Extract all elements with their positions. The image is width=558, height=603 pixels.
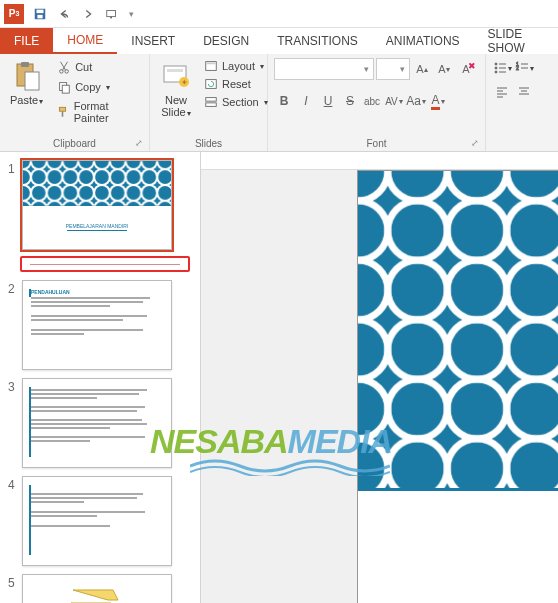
section-button[interactable]: Section▾ — [202, 94, 270, 110]
thumb-row-4[interactable]: 4 — [0, 472, 200, 570]
slide-thumbnail-5[interactable] — [22, 574, 172, 603]
align-center-button[interactable] — [514, 82, 534, 102]
svg-rect-22 — [206, 103, 217, 107]
strikethrough-button[interactable]: S — [340, 90, 360, 112]
font-size-combo[interactable]: ▾ — [376, 58, 410, 80]
svg-rect-12 — [59, 107, 65, 111]
clear-formatting-button[interactable]: A✖ — [456, 58, 476, 80]
svg-point-9 — [65, 70, 69, 74]
new-slide-label: New Slide — [161, 94, 187, 118]
bullets-button[interactable]: ▾ — [492, 58, 512, 78]
tab-animations[interactable]: ANIMATIONS — [372, 28, 474, 54]
group-clipboard: Paste▾ Cut Copy▾ Format Painter Clipboar… — [0, 54, 150, 151]
layout-label: Layout — [222, 60, 255, 72]
copy-label: Copy — [75, 81, 101, 93]
tab-insert[interactable]: INSERT — [117, 28, 189, 54]
group-font: ▾ ▾ A▴ A▾ A✖ B I U S abc AV▾ Aa▾ A▾ Font… — [268, 54, 486, 151]
slide-canvas[interactable] — [357, 170, 558, 603]
svg-point-27 — [495, 71, 497, 73]
copy-button[interactable]: Copy▾ — [53, 78, 143, 96]
svg-rect-4 — [110, 16, 112, 18]
text-shadow-button[interactable]: abc — [362, 90, 382, 112]
reset-icon — [204, 77, 218, 91]
paste-button[interactable]: Paste▾ — [6, 58, 47, 109]
shrink-font-button[interactable]: A▾ — [434, 58, 454, 80]
svg-rect-19 — [207, 63, 216, 65]
ribbon: Paste▾ Cut Copy▾ Format Painter Clipboar… — [0, 54, 558, 152]
customize-qat-button[interactable]: ▾ — [124, 2, 138, 26]
slide-thumbnail-2[interactable]: PENDAHULUAN — [22, 280, 172, 370]
svg-rect-3 — [107, 10, 116, 16]
font-launcher[interactable]: ⤢ — [471, 138, 479, 148]
font-color-button[interactable]: A▾ — [428, 90, 448, 112]
new-slide-button[interactable]: ✦ New Slide▾ — [156, 58, 196, 121]
svg-point-25 — [495, 67, 497, 69]
svg-rect-6 — [21, 62, 29, 67]
svg-rect-2 — [37, 14, 42, 18]
font-name-combo[interactable]: ▾ — [274, 58, 374, 80]
numbering-button[interactable]: 12▾ — [514, 58, 534, 78]
cut-button[interactable]: Cut — [53, 58, 143, 76]
svg-rect-13 — [62, 111, 64, 116]
save-button[interactable] — [28, 2, 52, 26]
tab-home[interactable]: HOME — [53, 28, 117, 54]
svg-text:✦: ✦ — [181, 78, 188, 87]
format-painter-button[interactable]: Format Painter — [53, 98, 143, 126]
pattern-decor — [23, 161, 171, 206]
reset-label: Reset — [222, 78, 251, 90]
thumb-number: 1 — [8, 160, 22, 176]
slide-thumbnail-4[interactable] — [22, 476, 172, 566]
work-area: 1 PEMBELAJARAN MANDIRI 2 PENDAHULUAN — [0, 152, 558, 603]
svg-marker-46 — [73, 590, 118, 600]
slide-editor[interactable] — [201, 152, 558, 603]
format-painter-icon — [57, 105, 70, 119]
font-group-label: Font — [366, 138, 386, 149]
bold-button[interactable]: B — [274, 90, 294, 112]
tab-design[interactable]: DESIGN — [189, 28, 263, 54]
new-slide-icon: ✦ — [160, 60, 192, 92]
align-left-button[interactable] — [492, 82, 512, 102]
thumb-row-3[interactable]: 3 — [0, 374, 200, 472]
group-slides: ✦ New Slide▾ Layout▾ Reset Section▾ — [150, 54, 268, 151]
slide-pattern-background — [358, 171, 558, 491]
start-from-beginning-button[interactable] — [100, 2, 124, 26]
slide-thumbnails-pane[interactable]: 1 PEMBELAJARAN MANDIRI 2 PENDAHULUAN — [0, 152, 201, 603]
section-label: Section — [222, 96, 259, 108]
tab-slideshow[interactable]: SLIDE SHOW — [474, 28, 558, 54]
slide-thumbnail-1[interactable]: PEMBELAJARAN MANDIRI — [22, 160, 172, 250]
cut-label: Cut — [75, 61, 92, 73]
horizontal-ruler — [201, 152, 558, 170]
app-icon: P3 — [4, 4, 24, 24]
paste-icon — [11, 60, 43, 92]
thumb-number: 4 — [8, 476, 22, 492]
reset-button[interactable]: Reset — [202, 76, 270, 92]
slide2-heading: PENDAHULUAN — [31, 289, 163, 295]
layout-button[interactable]: Layout▾ — [202, 58, 270, 74]
italic-button[interactable]: I — [296, 90, 316, 112]
thumb-row-5[interactable]: 5 — [0, 570, 200, 603]
svg-rect-15 — [167, 69, 183, 72]
change-case-button[interactable]: Aa▾ — [406, 90, 426, 112]
tab-transitions[interactable]: TRANSITIONS — [263, 28, 372, 54]
svg-point-23 — [495, 63, 497, 65]
clipboard-group-label: Clipboard — [53, 138, 96, 149]
ribbon-tabs: FILE HOME INSERT DESIGN TRANSITIONS ANIM… — [0, 28, 558, 54]
svg-rect-54 — [358, 171, 558, 488]
thumb-row-2[interactable]: 2 PENDAHULUAN — [0, 276, 200, 374]
thumb-number: 5 — [8, 574, 22, 590]
clipboard-launcher[interactable]: ⤢ — [135, 138, 143, 148]
group-paragraph: ▾ 12▾ — [486, 54, 548, 151]
grow-font-button[interactable]: A▴ — [412, 58, 432, 80]
underline-button[interactable]: U — [318, 90, 338, 112]
svg-text:2: 2 — [516, 65, 519, 71]
cut-icon — [57, 60, 71, 74]
char-spacing-button[interactable]: AV▾ — [384, 90, 404, 112]
undo-button[interactable] — [52, 2, 76, 26]
svg-point-8 — [60, 70, 64, 74]
svg-rect-1 — [37, 9, 44, 13]
tab-file[interactable]: FILE — [0, 28, 53, 54]
thumb-row-1[interactable]: 1 PEMBELAJARAN MANDIRI — [0, 156, 200, 254]
slide-thumbnail-3[interactable] — [22, 378, 172, 468]
redo-button[interactable] — [76, 2, 100, 26]
slides-group-label: Slides — [195, 138, 222, 149]
